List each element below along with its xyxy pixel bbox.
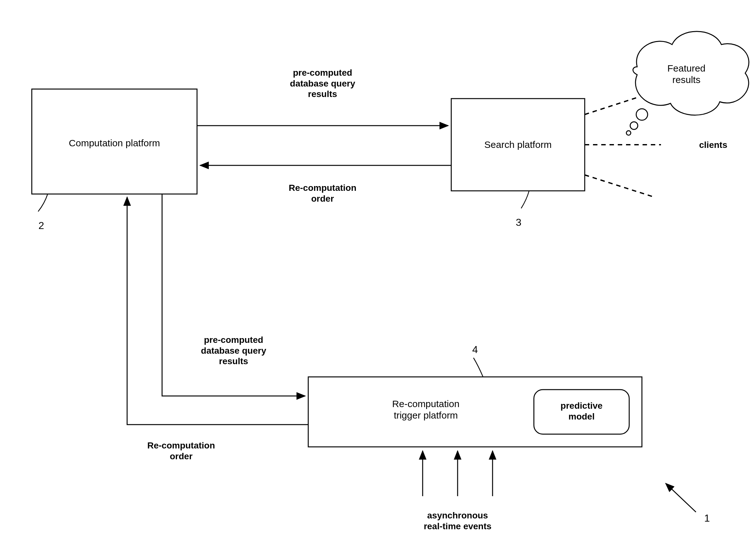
label-precomputed-bottom: pre-computeddatabase queryresults <box>201 335 266 366</box>
svg-point-0 <box>636 109 648 120</box>
label-recompute-top: Re-computationorder <box>289 183 356 204</box>
ref-1: 1 <box>704 512 710 524</box>
ref-3-leader <box>521 191 529 208</box>
search-platform-label: Search platform <box>484 139 552 150</box>
arrow-recompute-bottom <box>127 197 308 425</box>
ref-1-arrow <box>666 483 696 512</box>
ref-2-leader <box>38 194 48 212</box>
label-precomputed-top: pre-computeddatabase queryresults <box>290 68 355 99</box>
dashed-featured <box>585 97 639 115</box>
ref-2: 2 <box>39 220 44 231</box>
clients-label: clients <box>699 140 727 150</box>
svg-point-2 <box>626 131 631 135</box>
ref-4-leader <box>473 358 483 377</box>
ref-4: 4 <box>472 344 478 355</box>
ref-3: 3 <box>516 217 521 228</box>
svg-point-1 <box>630 122 638 129</box>
label-async: asynchronousreal-time events <box>424 510 491 531</box>
computation-platform-label: Computation platform <box>69 138 160 148</box>
label-recompute-bottom: Re-computationorder <box>147 440 215 461</box>
dashed-bottom <box>585 175 655 197</box>
